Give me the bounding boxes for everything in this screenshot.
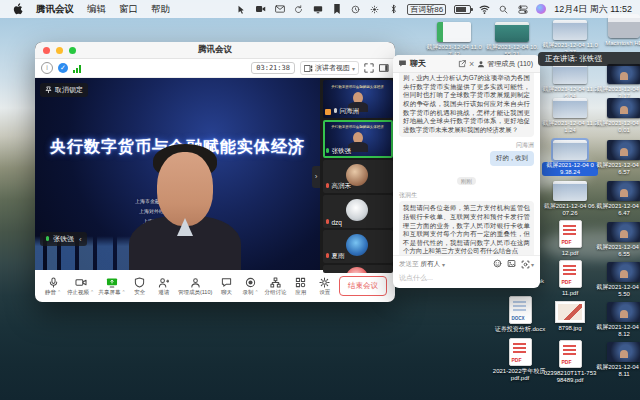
window-title: 腾讯会议 — [35, 44, 395, 56]
desktop-icon[interactable]: 截屏2021-12-04 10.55.31 — [484, 22, 540, 58]
person-icon — [477, 60, 485, 68]
chat-messages[interactable]: 杨槿静教授在谈话中强调数字货币实现打通实体经济中国梦的难题之一便是政策规划，具体… — [393, 73, 540, 255]
file-thumbnail — [607, 181, 640, 201]
desktop-icon[interactable]: 截屏2021-12-04 11.46.47 — [596, 181, 640, 217]
desktop-icon[interactable]: 截屏2021-12-04 11.46.57 — [596, 140, 640, 176]
desktop-icon-docx[interactable]: 证券投资分析.docx — [492, 296, 548, 333]
mute-button[interactable]: 静音⌃ — [43, 277, 63, 296]
wifi-icon[interactable] — [479, 4, 490, 15]
docx-icon — [509, 296, 532, 324]
participant-tile[interactable]: 夏雨 — [323, 230, 393, 263]
keyboard-brightness-icon[interactable] — [369, 4, 380, 15]
chat-button[interactable]: 聊天 — [216, 277, 236, 296]
chat-title: 聊天 — [410, 58, 426, 69]
side-panel-toggle-icon[interactable] — [379, 63, 389, 73]
file-thumbnail — [553, 64, 587, 84]
desktop-icon[interactable]: 截屏2021-12-04 11.07.43 — [426, 22, 482, 58]
time-machine-status-icon[interactable] — [350, 4, 361, 15]
desktop-icon-pdf[interactable]: 12.pdf — [542, 220, 598, 257]
bluetooth-icon[interactable] — [388, 4, 399, 15]
participant-tile[interactable]: 央行数字货币与金融赋能实体经济 问海洲 — [323, 80, 393, 118]
apps-button[interactable]: 应用 — [291, 277, 311, 296]
cursor-status-icon[interactable] — [236, 4, 247, 15]
host-badge-icon — [325, 109, 331, 115]
file-thumbnail — [607, 342, 640, 362]
main-video[interactable]: 央行数字货币与金融赋能实体经济 上海市金融学会 上海对外经贸大学 上海对外经贸大… — [35, 78, 320, 270]
chat-message-self: 问海洲 好的，收到 — [399, 141, 534, 166]
participant-tile-active-speaker[interactable]: 央行数字货币与金融赋能实体经济 张铁强 — [323, 120, 393, 158]
menubar-item-window[interactable]: 窗口 — [119, 3, 138, 16]
chevron-down-icon: ▾ — [442, 261, 445, 268]
desktop-icon-macintosh-hd[interactable]: Macintosh HD — [596, 14, 640, 47]
stop-video-button[interactable]: 停止视频⌃ — [67, 277, 94, 296]
menubar-app-name[interactable]: 腾讯会议 — [36, 3, 74, 16]
desktop-icon[interactable]: 截屏2021-12-04 11.26.04 — [542, 64, 598, 100]
bookmark-status-icon[interactable] — [331, 4, 342, 15]
record-button[interactable]: 录制⌃ — [241, 277, 261, 296]
pdf-icon — [559, 260, 582, 288]
pop-out-icon[interactable] — [458, 60, 466, 68]
desktop-icon[interactable]: 截屏2021-12-04 11.38.11 — [596, 342, 640, 378]
meeting-topbar: i ✓ 03:21:38 演讲者视图▾ — [35, 59, 395, 78]
mic-icon — [45, 236, 50, 243]
screen-capture-icon[interactable]: ▾ — [521, 260, 534, 269]
chat-footer: 发送至 所有人 ▾ ▾ 说点什么... — [393, 255, 540, 288]
display-status-icon[interactable] — [312, 4, 323, 15]
send-to-selector[interactable]: 所有人 — [421, 260, 441, 269]
emoji-icon[interactable] — [493, 259, 502, 269]
mic-muted-icon — [325, 219, 330, 226]
desktop-icon[interactable]: 截屏2021-12-04 11.50.01 — [596, 98, 640, 134]
manage-members-tab[interactable]: 管理成员 (110) — [477, 59, 533, 69]
sync-status-icon[interactable] — [293, 4, 304, 15]
siri-icon[interactable] — [536, 4, 546, 14]
end-meeting-button[interactable]: 结束会议 — [339, 276, 387, 296]
participant-strip: › 央行数字货币与金融赋能实体经济 问海洲 央行数字货币与金融赋能实体经济 张铁… — [320, 78, 395, 270]
desktop-icon-selected[interactable]: 截屏2021-12-04 09.38.24 — [542, 140, 598, 176]
apple-menu-icon[interactable] — [12, 4, 23, 15]
menubar-item-help[interactable]: 帮助 — [151, 3, 170, 16]
settings-button[interactable]: 设置 — [315, 277, 335, 296]
security-button[interactable]: 安全 — [130, 277, 150, 296]
strip-collapse-handle[interactable]: › — [312, 166, 320, 188]
view-mode-selector[interactable]: 演讲者视图▾ — [300, 61, 359, 75]
invite-button[interactable]: 邀请 — [154, 277, 174, 296]
chat-input[interactable]: 说点什么... — [399, 273, 534, 283]
meeting-info-icon[interactable]: i — [41, 62, 53, 74]
desktop-icon[interactable]: 截屏2021-12-04 11.53.17 — [596, 64, 640, 100]
layout-icon — [304, 64, 313, 73]
desktop-icon[interactable]: 截屏2021-12-04 11.21.24 — [542, 98, 598, 134]
spotlight-icon[interactable] — [498, 4, 509, 15]
control-center-icon[interactable] — [517, 4, 528, 15]
close-chat-icon[interactable]: × — [469, 59, 474, 69]
desktop-icon[interactable]: 截屏2021-12-04 11.38.12 — [596, 302, 640, 338]
desktop-icon[interactable]: 截屏2021-12-04 11.46.55 — [596, 222, 640, 258]
menubar-datetime[interactable]: 12月4日 周六 11:52 — [554, 3, 632, 16]
desktop-icon[interactable]: 截屏2021-12-04 06.07.26 — [542, 181, 598, 217]
share-screen-button[interactable]: 共享屏幕⌃ — [98, 277, 125, 296]
manage-members-button[interactable]: 管理成员(110) — [178, 277, 212, 296]
desktop-icon-jpg[interactable]: 8798.jpg — [542, 301, 598, 332]
meeting-titlebar: 腾讯会议 — [35, 42, 395, 59]
unpin-button[interactable]: 取消锁定 — [40, 83, 88, 97]
participant-tile[interactable]: dzq — [323, 195, 393, 228]
image-icon[interactable] — [507, 259, 516, 269]
menubar-item-edit[interactable]: 编辑 — [87, 3, 106, 16]
file-thumbnail — [607, 262, 640, 282]
collapse-chevron-icon[interactable]: ‹ — [79, 235, 82, 244]
avatar — [346, 199, 368, 221]
input-app-chip[interactable]: 百词斩86 — [407, 4, 446, 15]
desktop-icon-pdf[interactable]: 2021-2022学年校历.pdf.pdf — [492, 338, 548, 382]
mail-status-icon[interactable] — [274, 4, 285, 15]
desktop-icon-pdf[interactable]: 02398210T1T1-75398489.pdf — [542, 340, 598, 384]
security-shield-icon[interactable]: ✓ — [58, 63, 68, 73]
video-status-icon[interactable] — [255, 4, 266, 15]
breakout-rooms-button[interactable]: 分组讨论 — [265, 277, 287, 296]
desktop-icon[interactable]: 截屏2021-12-04 11.02.27 — [542, 20, 598, 56]
file-thumbnail — [607, 98, 640, 118]
participant-tile-partial[interactable] — [323, 265, 393, 273]
desktop-icon-pdf[interactable]: 11.pdf — [542, 260, 598, 297]
desktop-icon[interactable]: 截屏2021-12-04 11.45.50 — [596, 262, 640, 298]
fullscreen-icon[interactable] — [364, 63, 374, 73]
pdf-icon — [509, 338, 532, 366]
participant-tile[interactable]: 高润禾 — [323, 160, 393, 193]
